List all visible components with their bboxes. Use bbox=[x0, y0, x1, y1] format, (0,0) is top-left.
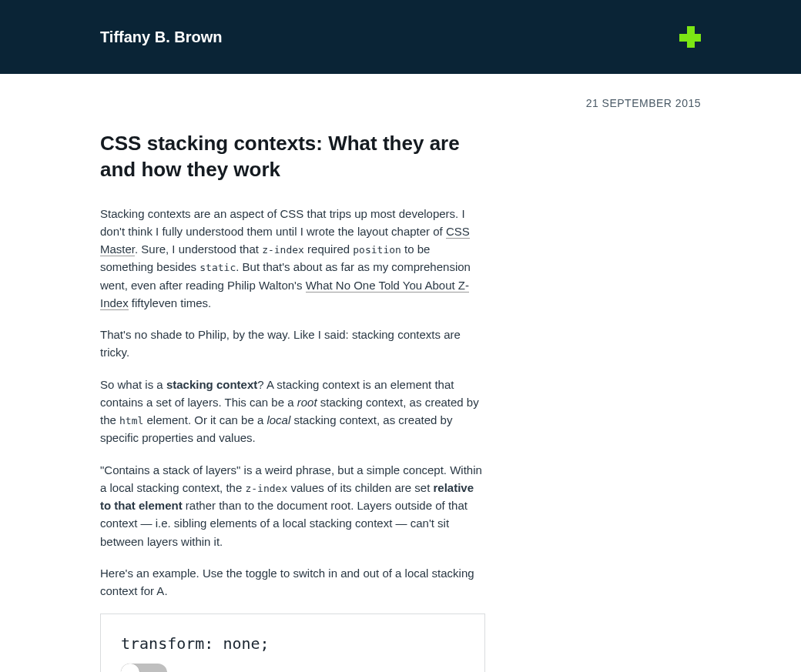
article-main: 21 SEPTEMBER 2015 CSS stacking contexts:… bbox=[100, 97, 701, 672]
text: . Sure, I understood that bbox=[135, 242, 262, 256]
text: Stacking contexts are an aspect of CSS t… bbox=[100, 207, 465, 238]
site-brand[interactable]: Tiffany B. Brown bbox=[100, 28, 223, 46]
paragraph-3: So what is a stacking context? A stackin… bbox=[100, 376, 485, 447]
paragraph-2: That's no shade to Philip, by the way. L… bbox=[100, 326, 485, 362]
text: So what is a bbox=[100, 378, 166, 391]
menu-toggle-icon[interactable] bbox=[679, 26, 701, 48]
code-static: static bbox=[199, 262, 236, 273]
paragraph-1: Stacking contexts are an aspect of CSS t… bbox=[100, 205, 485, 313]
strong-stacking-context: stacking context bbox=[166, 378, 257, 391]
publish-date: 21 SEPTEMBER 2015 bbox=[100, 97, 701, 109]
em-local: local bbox=[266, 413, 290, 426]
demo-toggle[interactable] bbox=[121, 664, 167, 672]
demo-transform-label: transform: none; bbox=[121, 634, 464, 653]
code-z-index-2: z-index bbox=[245, 483, 287, 494]
text: element. Or it can be a bbox=[143, 413, 266, 426]
article-title: CSS stacking contexts: What they are and… bbox=[100, 131, 485, 183]
code-z-index: z-index bbox=[262, 244, 304, 256]
code-html: html bbox=[119, 415, 143, 426]
paragraph-4: "Contains a stack of layers" is a weird … bbox=[100, 461, 485, 550]
demo-container: transform: none; A B Child of A bbox=[100, 613, 485, 672]
toggle-knob bbox=[121, 664, 139, 672]
code-position: position bbox=[353, 244, 401, 256]
text: fiftyleven times. bbox=[129, 296, 212, 309]
text: values of its childen are set bbox=[287, 481, 433, 494]
em-root: root bbox=[297, 396, 317, 409]
text: required bbox=[304, 242, 353, 256]
paragraph-5: Here's an example. Use the toggle to swi… bbox=[100, 564, 485, 600]
site-header: Tiffany B. Brown bbox=[0, 0, 801, 74]
